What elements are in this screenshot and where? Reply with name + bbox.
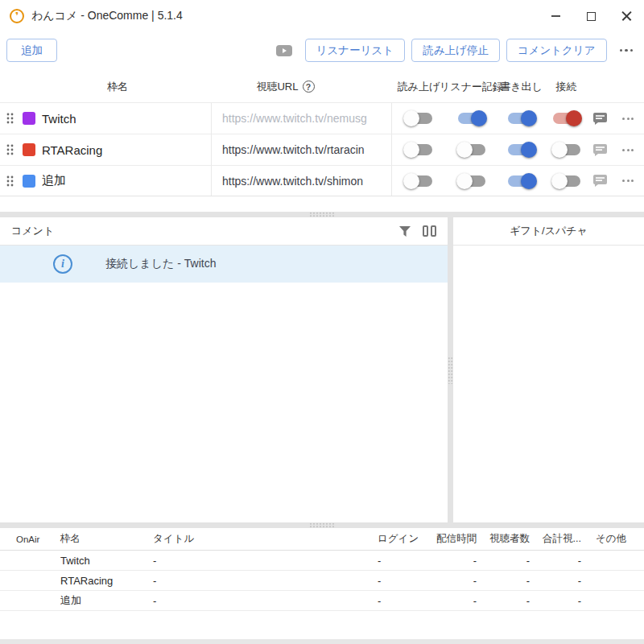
status-total: - bbox=[530, 555, 581, 567]
splitter-grip-icon bbox=[448, 357, 453, 384]
header-login: ログイン bbox=[366, 532, 427, 546]
listener-record-toggle[interactable] bbox=[458, 110, 485, 126]
info-message: 接続しました - Twitch bbox=[105, 257, 216, 271]
chat-bubble-icon[interactable] bbox=[593, 113, 607, 125]
horizontal-splitter-bottom[interactable] bbox=[0, 522, 644, 528]
youtube-icon[interactable] bbox=[276, 45, 292, 56]
header-frame-name: 枠名 bbox=[0, 71, 211, 102]
header-onair: OnAir bbox=[0, 535, 48, 544]
speech-toggle[interactable] bbox=[405, 173, 432, 189]
frame-name: 追加 bbox=[42, 173, 66, 188]
header-duration: 配信時間 bbox=[427, 532, 477, 546]
frame-name: Twitch bbox=[42, 112, 76, 126]
overflow-menu-icon[interactable] bbox=[620, 49, 634, 52]
frame-color-swatch[interactable] bbox=[23, 143, 35, 156]
stream-row-tsuika: 追加 bbox=[0, 165, 644, 196]
status-frame-name: 追加 bbox=[48, 593, 141, 608]
stream-table-header: 枠名 視聴URL ? 読み上げ リスナー記録 書き出し 接続 bbox=[0, 71, 644, 102]
clear-comments-button[interactable]: コメントクリア bbox=[506, 39, 607, 62]
status-login: - bbox=[366, 575, 427, 587]
onecomme-window: ❜ わんコメ - OneComme | 5.1.4 追加 リスナーリスト 読み上… bbox=[0, 0, 644, 644]
stop-speech-button[interactable]: 読み上げ停止 bbox=[411, 39, 500, 62]
drag-handle-icon[interactable] bbox=[6, 144, 14, 155]
listener-record-toggle[interactable] bbox=[458, 173, 485, 189]
connect-toggle[interactable] bbox=[553, 142, 580, 158]
filter-icon[interactable] bbox=[399, 226, 411, 237]
close-icon bbox=[621, 11, 632, 22]
listener-list-button[interactable]: リスナーリスト bbox=[305, 39, 405, 62]
status-total: - bbox=[530, 595, 581, 607]
status-duration: - bbox=[427, 595, 477, 607]
frame-color-swatch[interactable] bbox=[23, 112, 35, 125]
header-connect: 接続 bbox=[545, 71, 588, 102]
row-menu-icon[interactable] bbox=[622, 149, 634, 151]
header-other: その他 bbox=[581, 532, 644, 546]
row-menu-icon[interactable] bbox=[622, 180, 634, 182]
status-login: - bbox=[366, 595, 427, 607]
add-frame-button[interactable]: 追加 bbox=[6, 39, 57, 62]
watch-url-input[interactable] bbox=[222, 175, 387, 188]
export-toggle[interactable] bbox=[508, 173, 535, 189]
header-viewers: 視聴者数 bbox=[477, 532, 530, 546]
connect-toggle[interactable] bbox=[553, 173, 580, 189]
stream-row-twitch: Twitch bbox=[0, 102, 644, 134]
horizontal-splitter-top[interactable] bbox=[0, 212, 644, 217]
splitter-grip-icon bbox=[309, 212, 335, 217]
status-viewers: - bbox=[477, 555, 530, 567]
status-row-twitch[interactable]: Twitch - - - - - bbox=[0, 551, 644, 571]
app-logo-icon: ❜ bbox=[10, 9, 24, 23]
help-icon[interactable]: ? bbox=[303, 80, 315, 93]
comment-panel-title: コメント bbox=[11, 224, 399, 238]
speech-toggle[interactable] bbox=[405, 110, 432, 126]
speech-toggle[interactable] bbox=[405, 142, 432, 158]
status-table: OnAir 枠名 タイトル ログイン 配信時間 視聴者数 合計視... その他 … bbox=[0, 528, 644, 611]
bottom-resize-strip[interactable] bbox=[0, 639, 644, 644]
listener-record-toggle[interactable] bbox=[458, 142, 485, 158]
minimize-icon bbox=[551, 15, 560, 17]
header-total-viewers: 合計視... bbox=[530, 532, 581, 546]
export-toggle[interactable] bbox=[508, 142, 535, 158]
row-menu-icon[interactable] bbox=[622, 118, 634, 120]
toolbar-right: リスナーリスト 読み上げ停止 コメントクリア bbox=[276, 39, 633, 62]
chat-bubble-icon[interactable] bbox=[593, 144, 607, 156]
header-listener-record: リスナー記録 bbox=[445, 71, 497, 102]
header-watch-url-label: 視聴URL bbox=[256, 80, 298, 94]
status-duration: - bbox=[427, 575, 477, 587]
status-duration: - bbox=[427, 555, 477, 567]
export-toggle[interactable] bbox=[508, 110, 535, 126]
gift-panel-title: ギフト/スパチャ bbox=[510, 224, 588, 238]
header-watch-url: 視聴URL ? bbox=[211, 71, 392, 102]
connect-toggle[interactable] bbox=[553, 110, 580, 126]
header-speech: 読み上げ bbox=[392, 71, 445, 102]
stream-table: 枠名 視聴URL ? 読み上げ リスナー記録 書き出し 接続 Twitch bbox=[0, 71, 644, 196]
maximize-icon bbox=[587, 12, 596, 21]
column-layout-icon[interactable] bbox=[423, 225, 436, 237]
status-row-tsuika[interactable]: 追加 - - - - - bbox=[0, 591, 644, 611]
comment-panel-header: コメント bbox=[0, 217, 448, 246]
stream-row-rtaracing: RTARacing bbox=[0, 134, 644, 165]
drag-handle-icon[interactable] bbox=[6, 175, 14, 187]
status-title: - bbox=[141, 595, 366, 607]
status-row-rtaracing[interactable]: RTARacing - - - - - bbox=[0, 571, 644, 591]
minimize-button[interactable] bbox=[538, 0, 573, 32]
vertical-splitter[interactable] bbox=[448, 217, 453, 522]
toolbar: 追加 リスナーリスト 読み上げ停止 コメントクリア bbox=[0, 32, 644, 71]
gift-panel: ギフト/スパチャ bbox=[453, 217, 644, 522]
window-controls bbox=[538, 0, 644, 32]
watch-url-input[interactable] bbox=[222, 112, 387, 125]
status-total: - bbox=[530, 575, 581, 587]
drag-handle-icon[interactable] bbox=[6, 113, 14, 124]
maximize-button[interactable] bbox=[573, 0, 609, 32]
status-title: - bbox=[141, 575, 366, 587]
frame-color-swatch[interactable] bbox=[23, 175, 35, 188]
status-title: - bbox=[141, 555, 366, 567]
window-title: わんコメ - OneComme | 5.1.4 bbox=[31, 9, 183, 23]
chat-bubble-icon[interactable] bbox=[593, 175, 607, 187]
close-button[interactable] bbox=[609, 0, 644, 32]
comment-list-item-info[interactable]: i 接続しました - Twitch bbox=[0, 246, 448, 283]
header-export: 書き出し bbox=[497, 71, 545, 102]
frame-name: RTARacing bbox=[42, 143, 102, 157]
watch-url-input[interactable] bbox=[222, 143, 387, 156]
status-table-header: OnAir 枠名 タイトル ログイン 配信時間 視聴者数 合計視... その他 bbox=[0, 528, 644, 551]
status-viewers: - bbox=[477, 595, 530, 607]
